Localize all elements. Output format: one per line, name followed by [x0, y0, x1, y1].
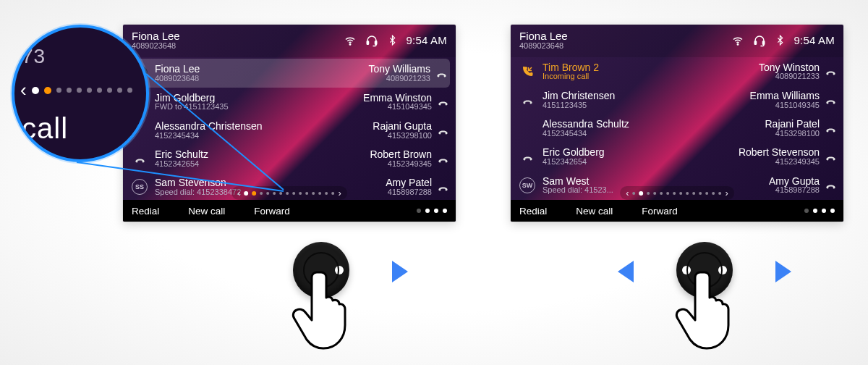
contact-sub: 4152342654	[542, 158, 605, 167]
chevron-right-icon[interactable]: ›	[726, 188, 728, 198]
contact-sub: 4152345434	[155, 132, 263, 140]
hangup-icon[interactable]	[825, 151, 836, 162]
contact-sub: Speed dial: 41523...	[542, 186, 613, 195]
contact-sub: 4151123435	[542, 101, 615, 110]
list-pager[interactable]: ‹›	[620, 186, 734, 200]
paired-contact-name: Tony Williams	[368, 64, 430, 75]
arrow-right-icon	[775, 261, 791, 282]
contact-name: Jim Goldberg	[155, 93, 229, 104]
contact-sub: FWD to 4151123435	[155, 103, 229, 112]
contact-sub: Speed dial: 4152338472	[155, 188, 241, 197]
paired-contact-name: Robert Stevenson	[739, 147, 820, 158]
contact-row[interactable]: Eric Goldberg4152342654Robert Stevenson4…	[511, 143, 843, 171]
paired-contact-number: 4089021233	[386, 75, 430, 83]
hangup-icon[interactable]	[825, 66, 836, 77]
row-icon	[519, 151, 535, 162]
page-indicator	[804, 209, 835, 213]
new-call-button[interactable]: New call	[188, 206, 225, 217]
redial-button[interactable]: Redial	[519, 206, 547, 217]
chevron-left-icon[interactable]: ‹	[237, 188, 240, 198]
contact-row[interactable]: Jim GoldbergFWD to 4151123435Emma Winsto…	[123, 88, 456, 116]
paired-contact-number: 4158987288	[775, 186, 820, 195]
hangup-icon[interactable]	[438, 125, 448, 136]
contact-row[interactable]: Tim Brown 2Incoming callTony Winston4089…	[511, 57, 843, 85]
contact-name: Sam West	[542, 176, 613, 187]
arrow-left-icon	[618, 261, 634, 282]
contact-name: Alessandra Christensen	[155, 121, 263, 132]
status-bar: Fiona Lee 4089023648 9:54 AM	[511, 25, 843, 57]
list-pager[interactable]: ‹›	[231, 186, 347, 200]
contact-name: Eric Schultz	[155, 149, 208, 160]
paired-contact-number: 4151049345	[775, 101, 820, 110]
hangup-icon[interactable]	[438, 154, 448, 164]
contact-row[interactable]: Alessandra Schultz4152345434Rajani Patel…	[511, 114, 843, 143]
hangup-icon[interactable]	[825, 180, 836, 190]
status-bar: Fiona Lee 4089023648 9:54 AM	[123, 25, 456, 57]
contact-name: Tim Brown 2	[542, 62, 599, 73]
headset-icon	[753, 34, 766, 47]
paired-contact-name: Emma Williams	[750, 91, 820, 101]
hangup-icon[interactable]	[825, 123, 836, 134]
contact-row[interactable]: Eric Schultz4152342654Robert Brown415234…	[123, 145, 456, 173]
contact-name: Fiona Lee	[155, 64, 200, 75]
rotary-control-right	[639, 242, 770, 298]
paired-contact-name: Robert Brown	[370, 149, 432, 160]
paired-contact-name: Amy Patel	[386, 177, 432, 188]
magnifier-lens: 73 ‹ call	[12, 25, 149, 162]
current-user-number: 4089023648	[132, 42, 180, 51]
contact-name: Alessandra Schultz	[542, 119, 629, 130]
clock: 9:54 AM	[794, 34, 835, 46]
contact-sub: 4089023648	[155, 75, 200, 83]
contact-row[interactable]: Alessandra Christensen4152345434Rajani G…	[123, 116, 456, 144]
hangup-icon[interactable]	[438, 96, 448, 107]
hangup-icon[interactable]	[438, 182, 448, 193]
wifi-icon	[731, 34, 744, 47]
paired-contact-number: 4158987288	[388, 188, 432, 197]
chevron-left-icon: ‹	[20, 79, 27, 101]
contact-name: Sam Stevenson	[155, 177, 241, 188]
new-call-button[interactable]: New call	[576, 206, 613, 217]
row-icon	[519, 95, 535, 106]
paired-contact-number: 4152349345	[388, 160, 432, 169]
contact-name: Jim Christensen	[542, 91, 615, 101]
row-icon	[132, 154, 148, 164]
headset-icon	[365, 34, 378, 47]
phone-screen-left: Fiona Lee 4089023648 9:54 AM Fiona Lee40…	[123, 25, 456, 222]
forward-button[interactable]: Forward	[642, 206, 678, 217]
svg-point-0	[349, 43, 351, 45]
clock: 9:54 AM	[407, 34, 447, 46]
forward-button[interactable]: Forward	[254, 206, 290, 217]
bottom-bar: Redial New call Forward	[511, 200, 843, 222]
call-list: Fiona Lee4089023648Tony Williams40890212…	[123, 59, 456, 201]
bluetooth-icon	[775, 35, 786, 46]
row-icon: SW	[519, 177, 535, 193]
contact-sub: 4152342654	[155, 160, 208, 169]
bluetooth-icon	[387, 35, 398, 46]
arrow-right-icon	[392, 261, 408, 282]
redial-button[interactable]: Redial	[132, 206, 159, 217]
call-list: Tim Brown 2Incoming callTony Winston4089…	[511, 57, 843, 199]
svg-point-3	[737, 43, 739, 45]
svg-rect-5	[762, 41, 764, 44]
chevron-left-icon[interactable]: ‹	[626, 188, 629, 198]
contact-row[interactable]: Fiona Lee4089023648Tony Williams40890212…	[129, 59, 450, 88]
page-indicator	[417, 209, 447, 213]
contact-row[interactable]: Jim Christensen4151123435Emma Williams41…	[511, 85, 843, 114]
paired-contact-name: Rajani Gupta	[373, 121, 432, 132]
magnifier-fragment-top: 73	[22, 45, 139, 68]
bottom-bar: Redial New call Forward	[123, 200, 456, 222]
hangup-icon[interactable]	[825, 95, 836, 106]
chevron-right-icon[interactable]: ›	[339, 188, 341, 198]
paired-contact-number: 4153298100	[775, 130, 820, 138]
hangup-icon[interactable]	[436, 68, 447, 79]
magnifier-pager-zoom: ‹	[20, 79, 139, 101]
magnifier-fragment-bottom: call	[22, 112, 139, 145]
svg-rect-1	[367, 41, 368, 44]
pointing-hand-icon	[286, 267, 359, 353]
paired-contact-number: 4153298100	[388, 132, 432, 140]
contact-sub: 4152345434	[542, 130, 629, 138]
svg-rect-4	[754, 41, 756, 44]
svg-rect-2	[375, 41, 376, 44]
row-icon: SS	[132, 179, 148, 195]
contact-name: Eric Goldberg	[542, 147, 605, 158]
